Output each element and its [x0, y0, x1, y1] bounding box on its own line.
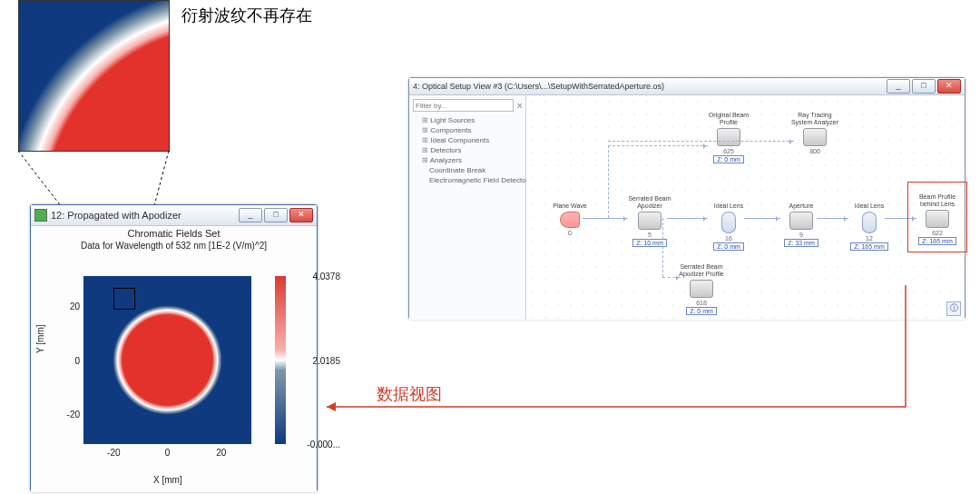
- link: [744, 218, 780, 219]
- node-label: Ray Tracing System Analyzer: [789, 112, 840, 126]
- node-aperture[interactable]: Aperture 9 Z: 33 mm: [776, 195, 827, 247]
- link: [667, 218, 708, 219]
- node-id: 12: [844, 235, 895, 242]
- minimize-button[interactable]: _: [239, 208, 262, 222]
- chart-subtitle: Chromatic Fields Set: [31, 226, 317, 241]
- filter-clear-icon[interactable]: X: [517, 102, 522, 110]
- close-button[interactable]: ✕: [937, 79, 961, 94]
- node-id: 16: [703, 235, 754, 242]
- tree-em-detector[interactable]: Electromagnetic Field Detector: [413, 175, 522, 185]
- node-id: 0: [544, 230, 595, 236]
- link-dashed: [608, 145, 609, 218]
- tree-analyzers[interactable]: Analyzers: [413, 155, 522, 165]
- node-label: Ideal Lens: [844, 195, 895, 210]
- link-dashed: [608, 145, 708, 146]
- optical-setup-window: 4: Optical Setup View #3 (C:\Users\...\S…: [408, 77, 965, 320]
- node-ray-analyzer[interactable]: Ray Tracing System Analyzer 800: [789, 112, 840, 154]
- tree-components[interactable]: Components: [413, 125, 522, 135]
- chart-body: Chromatic Fields Set Data for Wavelength…: [31, 226, 317, 492]
- filter-input[interactable]: [413, 99, 514, 112]
- node-id: 5: [624, 232, 675, 238]
- setup-titlebar[interactable]: 4: Optical Setup View #3 (C:\Users\...\S…: [409, 78, 965, 95]
- colorbar-ticks: 4.0378 2.0185 -0.000...: [288, 276, 315, 444]
- tree-light-sources[interactable]: Light Sources: [413, 115, 522, 125]
- zoom-caption: 衍射波纹不再存在: [181, 5, 312, 26]
- tree-ideal-components[interactable]: Ideal Components: [413, 135, 522, 145]
- node-label: Serrated Beam Apodizer: [624, 195, 675, 210]
- node-id: 618: [676, 300, 727, 306]
- lens-icon: [721, 212, 736, 233]
- detector-icon: [690, 280, 713, 298]
- node-id: 9: [776, 232, 827, 238]
- result-highlight: [907, 182, 967, 252]
- maximize-button[interactable]: □: [912, 79, 936, 94]
- x-axis-label: X [mm]: [153, 475, 182, 485]
- node-id: 800: [789, 148, 840, 154]
- tree-coord-break[interactable]: Coordinate Break: [413, 165, 522, 175]
- app-icon: [34, 209, 47, 222]
- component-tree[interactable]: X Light Sources Components Ideal Compone…: [409, 95, 526, 320]
- node-label: Aperture: [776, 195, 827, 210]
- heatmap-plot[interactable]: [83, 276, 251, 444]
- node-original-beam[interactable]: Original Beam Profile 625 Z: 0 mm: [703, 112, 754, 163]
- data-view-label: 数据视图: [377, 383, 442, 405]
- link: [817, 218, 848, 219]
- zoom-selection-box[interactable]: [113, 288, 135, 310]
- detector-icon: [717, 128, 740, 146]
- link-dashed: [662, 218, 663, 277]
- svg-marker-2: [327, 402, 336, 411]
- node-z-value: Z: 0 mm: [686, 307, 717, 315]
- link-dashed: [608, 141, 794, 142]
- colorbar: [275, 276, 286, 444]
- tree-detectors[interactable]: Detectors: [413, 145, 522, 155]
- node-label: Plane Wave: [544, 195, 595, 210]
- info-button[interactable]: ⓘ: [946, 301, 961, 316]
- chart-titlebar[interactable]: 12: Propagated with Apodizer _ □ ✕: [31, 205, 317, 226]
- node-lens-1[interactable]: Ideal Lens 16 Z: 0 mm: [703, 195, 754, 251]
- chart-window: 12: Propagated with Apodizer _ □ ✕ Chrom…: [30, 204, 318, 492]
- link: [583, 218, 628, 219]
- node-label: Ideal Lens: [703, 195, 754, 210]
- component-icon: [638, 212, 662, 230]
- close-button[interactable]: ✕: [289, 208, 313, 222]
- analyzer-icon: [803, 128, 827, 146]
- y-axis-label: Y [mm]: [35, 325, 45, 353]
- node-lens-2[interactable]: Ideal Lens 12 Z: 165 mm: [844, 195, 895, 251]
- setup-window-title: 4: Optical Setup View #3 (C:\Users\...\S…: [413, 82, 887, 91]
- chart-info: Data for Wavelength of 532 nm [1E-2 (V/m…: [31, 241, 317, 254]
- node-label: Serrated Beam Apodizer Profile: [676, 263, 727, 278]
- chart-window-title: 12: Propagated with Apodizer: [51, 210, 239, 221]
- node-apodizer-profile[interactable]: Serrated Beam Apodizer Profile 618 Z: 0 …: [676, 263, 727, 315]
- node-z-value: Z: 165 mm: [850, 242, 887, 251]
- y-ticks: 20 0 -20: [60, 276, 80, 444]
- x-ticks: -20 0 20: [83, 448, 251, 460]
- node-z-value: Z: 0 mm: [713, 242, 744, 251]
- aperture-icon: [789, 212, 813, 230]
- node-label: Original Beam Profile: [703, 112, 754, 126]
- node-plane-wave[interactable]: Plane Wave 0: [544, 195, 595, 236]
- source-icon: [560, 212, 580, 228]
- node-apodizer[interactable]: Serrated Beam Apodizer 5 Z: 10 mm: [624, 195, 675, 247]
- zoom-inset-image: [18, 0, 170, 152]
- lens-icon: [862, 212, 877, 233]
- node-z-value: Z: 0 mm: [713, 155, 744, 163]
- maximize-button[interactable]: □: [264, 208, 288, 222]
- link-dashed: [662, 277, 681, 278]
- node-id: 625: [703, 148, 754, 154]
- setup-canvas[interactable]: Plane Wave 0 Original Beam Profile 625 Z…: [526, 95, 965, 320]
- node-z-value: Z: 33 mm: [784, 239, 818, 247]
- minimize-button[interactable]: _: [887, 79, 910, 94]
